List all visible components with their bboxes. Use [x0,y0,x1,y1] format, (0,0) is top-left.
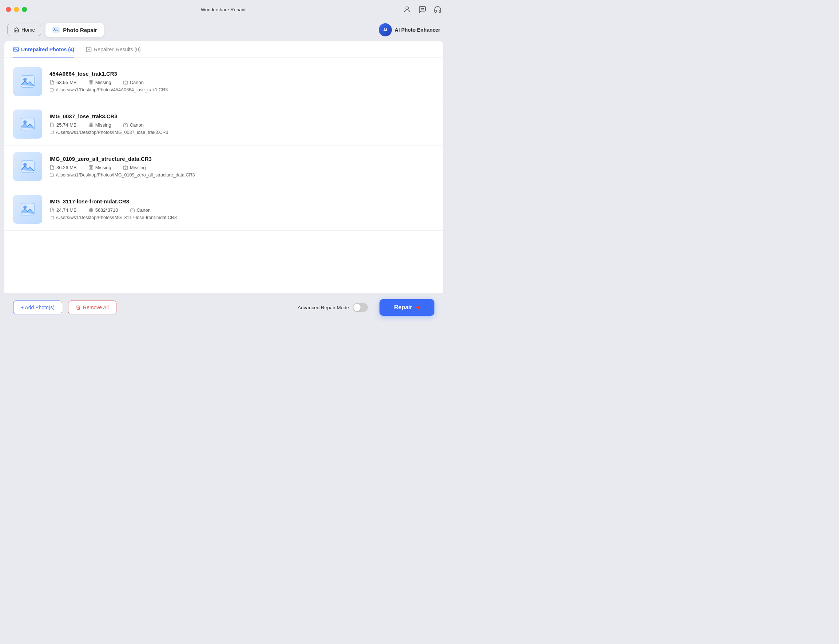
photo-repair-icon [52,26,60,34]
photo-thumb-icon [20,116,36,132]
svg-rect-19 [89,123,93,127]
file-camera-value: Canon [130,122,144,128]
file-dimension-value: 5632*3710 [95,207,118,213]
file-dimension-value: Missing [95,80,111,85]
ai-enhancer-nav[interactable]: AI AI Photo Enhancer [379,23,440,36]
file-camera: Canon [123,80,144,85]
svg-rect-9 [87,47,91,52]
file-dimension-value: Missing [95,122,111,128]
svg-rect-26 [123,166,128,169]
remove-all-button[interactable]: Remove All [68,301,117,314]
tab-unrepaired-label: Unrepaired Photos (4) [21,46,74,53]
file-name: IMG_3117-lose-front-mdat.CR3 [49,198,434,204]
file-size-value: 63.95 MB [56,80,77,85]
dimension-icon [89,80,94,85]
repair-label: Repair [394,304,412,311]
photo-repair-nav[interactable]: Photo Repair [46,23,103,37]
repair-arrow-icon: ➜ [414,304,420,311]
account-icon[interactable] [403,5,411,13]
add-photos-label: + Add Photo(s) [21,304,54,310]
svg-point-15 [125,82,126,83]
folder-icon [49,87,54,92]
photo-thumb-icon [20,201,36,217]
file-dimension: Missing [89,80,111,85]
tab-results-icon [86,46,92,53]
file-icon [49,165,54,170]
file-info: IMG_0109_zero_all_structure_data.CR3 36.… [49,156,434,177]
file-info: IMG_0037_lose_trak3.CR3 25.74 MB Missing [49,113,434,135]
tab-unrepaired[interactable]: Unrepaired Photos (4) [13,46,74,58]
home-button[interactable]: Home [7,24,41,36]
file-size-value: 25.74 MB [56,122,77,128]
file-meta: 25.74 MB Missing Canon [49,122,434,128]
home-icon [13,27,19,33]
repair-button[interactable]: Repair ➜ [379,299,434,316]
advanced-mode-label: Advanced Repair Mode [297,305,349,310]
svg-rect-4 [16,30,17,32]
folder-icon [49,172,54,177]
file-item: IMG_3117-lose-front-mdat.CR3 24.74 MB 56… [4,188,443,231]
advanced-mode-toggle[interactable] [353,303,368,312]
svg-rect-25 [89,166,93,169]
dimension-icon [89,122,94,127]
file-icon [49,207,54,212]
file-meta: 63.95 MB Missing Canon [49,80,434,85]
dimension-icon [89,207,94,212]
file-size: 36.26 MB [49,165,77,170]
svg-point-27 [125,167,126,168]
file-size-value: 24.74 MB [56,207,77,213]
svg-point-21 [125,125,126,126]
file-camera: Missing [123,165,146,170]
tab-repaired-label: Repaired Results (0) [94,46,140,53]
file-path-value: /Users/ws1/Desktop/Photos/454A0664_lose_… [56,87,168,92]
svg-point-3 [423,8,424,9]
file-camera-value: Missing [130,165,146,170]
file-thumbnail [13,152,42,181]
app-window: Wondershare Repairit [0,0,448,322]
minimize-button[interactable] [14,7,19,12]
file-icon [49,80,54,85]
file-dimension: Missing [89,122,111,128]
titlebar: Wondershare Repairit [0,0,448,19]
svg-rect-20 [123,124,128,127]
file-dimension: 5632*3710 [89,207,118,213]
svg-rect-13 [89,80,93,84]
file-thumbnail [13,67,42,96]
file-path: /Users/ws1/Desktop/Photos/IMG_0037_lose_… [49,130,434,135]
support-icon[interactable] [434,5,442,13]
dimension-icon [89,165,94,170]
file-dimension-value: Missing [95,165,111,170]
trash-icon [76,305,81,310]
file-list: 454A0664_lose_trak1.CR3 63.95 MB Missing [4,58,443,293]
camera-icon [123,122,128,127]
file-size-value: 36.26 MB [56,165,77,170]
folder-icon [49,215,54,220]
file-thumbnail [13,195,42,224]
folder-icon [49,130,54,135]
svg-rect-14 [123,81,128,84]
tab-repaired[interactable]: Repaired Results (0) [86,46,140,58]
svg-rect-32 [130,209,135,212]
file-thumbnail [13,110,42,139]
file-camera-value: Canon [137,207,151,213]
maximize-button[interactable] [22,7,27,12]
file-path-value: /Users/ws1/Desktop/Photos/IMG_0037_lose_… [56,130,168,135]
tab-photo-icon [13,46,19,53]
svg-point-33 [132,210,133,211]
navbar: Home Photo Repair AI AI Photo Enhancer [0,19,448,41]
toggle-knob [353,304,361,311]
file-item: 454A0664_lose_trak1.CR3 63.95 MB Missing [4,61,443,103]
photo-thumb-icon [20,74,36,89]
svg-rect-31 [89,208,93,212]
titlebar-actions [403,5,442,13]
add-photos-button[interactable]: + Add Photo(s) [13,301,62,314]
file-dimension: Missing [89,165,111,170]
camera-icon [130,207,135,212]
bottom-bar: + Add Photo(s) Remove All Advanced Repai… [4,293,443,322]
file-camera: Canon [130,207,151,213]
ai-badge: AI [379,23,392,36]
close-button[interactable] [6,7,11,12]
file-path-value: /Users/ws1/Desktop/Photos/IMG_3117-lose-… [56,215,177,220]
chat-icon[interactable] [419,5,427,13]
photo-thumb-icon [20,159,36,175]
